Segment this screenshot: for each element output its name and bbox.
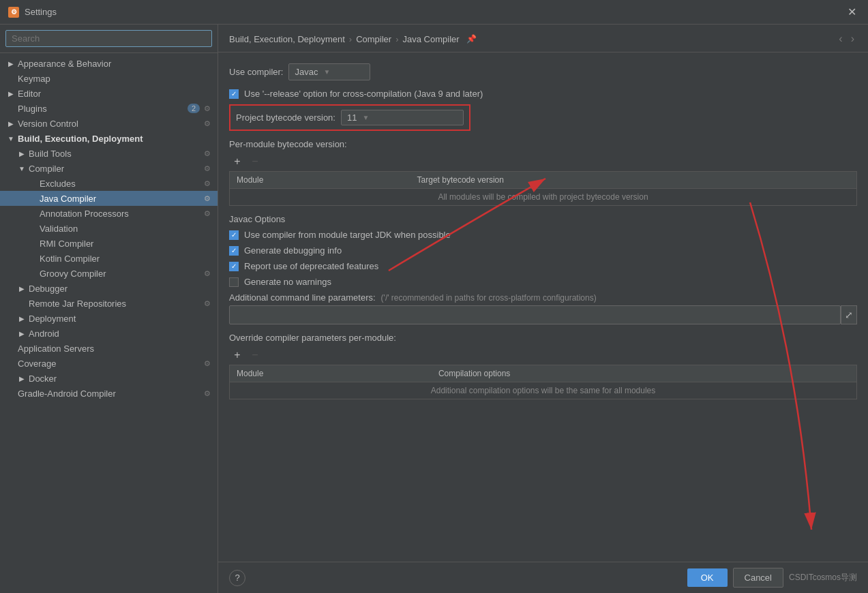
sidebar-item-coverage[interactable]: Coverage ⚙ bbox=[0, 356, 218, 371]
bytecode-arrow-icon: ▼ bbox=[362, 114, 369, 121]
expand-arrow bbox=[5, 103, 16, 114]
sidebar-item-label: Compiler bbox=[29, 164, 203, 174]
sidebar-item-android[interactable]: ▶ Android bbox=[0, 326, 218, 341]
sidebar-item-label: Version Control bbox=[18, 119, 203, 129]
cmd-params-label: Additional command line parameters: bbox=[229, 292, 376, 303]
sidebar-item-label: Keymap bbox=[18, 74, 212, 84]
release-option-row: ✓ Use '--release' option for cross-compi… bbox=[229, 89, 857, 99]
sidebar-item-excludes[interactable]: Excludes ⚙ bbox=[0, 176, 218, 191]
expand-arrow: ▶ bbox=[5, 58, 16, 69]
sidebar-item-deployment[interactable]: ▶ Deployment bbox=[0, 311, 218, 326]
sidebar-item-validation[interactable]: Validation bbox=[0, 221, 218, 236]
javac-checkbox-3[interactable]: ✓ bbox=[229, 262, 239, 271]
sidebar-item-annotation[interactable]: Annotation Processors ⚙ bbox=[0, 206, 218, 221]
sidebar-item-groovy[interactable]: Groovy Compiler ⚙ bbox=[0, 266, 218, 281]
remove-module-button[interactable]: − bbox=[247, 153, 263, 170]
sidebar-item-plugins[interactable]: Plugins 2 ⚙ bbox=[0, 101, 218, 116]
release-checkbox[interactable]: ✓ bbox=[229, 89, 239, 99]
gear-icon: ⚙ bbox=[203, 209, 212, 218]
javac-opt-4: Generate no warnings bbox=[229, 277, 857, 287]
expand-arrow bbox=[16, 298, 27, 309]
sidebar-item-label: Gradle-Android Compiler bbox=[18, 389, 203, 399]
javac-checkbox-2[interactable]: ✓ bbox=[229, 246, 239, 256]
search-input[interactable] bbox=[5, 30, 212, 47]
forward-arrow[interactable]: › bbox=[848, 31, 857, 46]
sidebar-item-debugger[interactable]: ▶ Debugger bbox=[0, 281, 218, 296]
sidebar-item-label: Docker bbox=[29, 374, 212, 384]
expand-cmd-button[interactable]: ⤢ bbox=[841, 305, 857, 324]
expand-arrow bbox=[27, 253, 38, 264]
per-module-table: Module Target bytecode version All modul… bbox=[229, 171, 857, 206]
gear-icon: ⚙ bbox=[203, 119, 212, 128]
override-section: Override compiler parameters per-module:… bbox=[229, 333, 857, 399]
javac-opt-1-label: Use compiler from module target JDK when… bbox=[244, 230, 451, 240]
back-arrow[interactable]: ‹ bbox=[836, 31, 845, 46]
title-bar: ⚙ Settings ✕ bbox=[0, 0, 868, 25]
sidebar-item-keymap[interactable]: Keymap bbox=[0, 71, 218, 86]
sidebar-item-label: Android bbox=[29, 329, 212, 339]
sidebar-item-label: Java Compiler bbox=[40, 194, 203, 204]
nav-arrows: ‹ › bbox=[836, 31, 857, 46]
add-override-button[interactable]: + bbox=[229, 347, 245, 363]
remove-override-button[interactable]: − bbox=[247, 347, 263, 363]
javac-checkbox-4[interactable] bbox=[229, 277, 239, 287]
sidebar-item-compiler[interactable]: ▼ Compiler ⚙ bbox=[0, 161, 218, 176]
gear-icon: ⚙ bbox=[203, 194, 212, 203]
override-toolbar: + − bbox=[229, 347, 857, 363]
sidebar-item-rmi[interactable]: RMI Compiler bbox=[0, 236, 218, 251]
javac-opt-2-label: Generate debugging info bbox=[244, 245, 342, 256]
sidebar-item-label: Appearance & Behavior bbox=[18, 59, 212, 69]
override-empty-message: Additional compilation options will be t… bbox=[230, 382, 857, 399]
expand-arrow bbox=[5, 73, 16, 84]
sidebar-tree: ▶ Appearance & Behavior Keymap ▶ Editor … bbox=[0, 53, 218, 593]
add-module-button[interactable]: + bbox=[229, 153, 245, 170]
breadcrumb-current: Java Compiler bbox=[403, 34, 460, 44]
sidebar-item-label: Debugger bbox=[29, 284, 212, 294]
sidebar-item-editor[interactable]: ▶ Editor bbox=[0, 86, 218, 101]
ok-button[interactable]: OK bbox=[687, 568, 728, 587]
plugins-badge: 2 bbox=[188, 104, 200, 113]
sidebar-item-app-servers[interactable]: Application Servers bbox=[0, 341, 218, 356]
sidebar-item-label: Coverage bbox=[18, 359, 203, 369]
sidebar-item-appearance[interactable]: ▶ Appearance & Behavior bbox=[0, 56, 218, 71]
target-version-col-header: Target bytecode version bbox=[410, 172, 857, 189]
sidebar-item-remote-jar[interactable]: Remote Jar Repositories ⚙ bbox=[0, 296, 218, 311]
sidebar-item-label: Editor bbox=[18, 89, 212, 99]
expand-arrow: ▶ bbox=[5, 118, 16, 129]
expand-arrow bbox=[27, 238, 38, 249]
sidebar-item-label: Deployment bbox=[29, 314, 212, 324]
compiler-select[interactable]: Javac ▼ bbox=[288, 63, 370, 80]
app-icon: ⚙ bbox=[8, 7, 19, 18]
use-compiler-row: Use compiler: Javac ▼ bbox=[229, 63, 857, 80]
cancel-button[interactable]: Cancel bbox=[733, 568, 783, 588]
sidebar: ▶ Appearance & Behavior Keymap ▶ Editor … bbox=[0, 25, 218, 593]
sidebar-item-build-tools[interactable]: ▶ Build Tools ⚙ bbox=[0, 146, 218, 161]
help-label: ? bbox=[235, 573, 239, 583]
sidebar-item-java-compiler[interactable]: Java Compiler ⚙ bbox=[0, 191, 218, 206]
release-label: Use '--release' option for cross-compila… bbox=[244, 89, 483, 99]
expand-arrow: ▶ bbox=[16, 148, 27, 159]
gear-icon: ⚙ bbox=[203, 164, 212, 173]
sidebar-item-docker[interactable]: ▶ Docker bbox=[0, 371, 218, 386]
sidebar-item-label: Remote Jar Repositories bbox=[29, 299, 203, 309]
close-button[interactable]: ✕ bbox=[843, 4, 860, 20]
sidebar-item-label: Groovy Compiler bbox=[40, 269, 203, 279]
sidebar-item-gradle-android[interactable]: Gradle-Android Compiler ⚙ bbox=[0, 386, 218, 401]
sidebar-item-label: Application Servers bbox=[18, 344, 212, 354]
breadcrumb-sep1: › bbox=[349, 34, 352, 44]
javac-checkbox-1[interactable]: ✓ bbox=[229, 230, 239, 240]
cmd-params-input[interactable] bbox=[229, 305, 841, 324]
javac-opt-4-label: Generate no warnings bbox=[244, 277, 331, 287]
module-col-header: Module bbox=[230, 172, 410, 189]
sidebar-item-label: Annotation Processors bbox=[40, 209, 203, 219]
sidebar-item-kotlin[interactable]: Kotlin Compiler bbox=[0, 251, 218, 266]
sidebar-item-build-exec[interactable]: ▼ Build, Execution, Deployment bbox=[0, 131, 218, 146]
bytecode-select[interactable]: 11 ▼ bbox=[341, 110, 464, 125]
sidebar-item-label: Build Tools bbox=[29, 149, 203, 159]
gear-icon: ⚙ bbox=[203, 359, 212, 368]
bytecode-version-row: Project bytecode version: 11 ▼ bbox=[229, 104, 470, 131]
sidebar-item-version-control[interactable]: ▶ Version Control ⚙ bbox=[0, 116, 218, 131]
help-button[interactable]: ? bbox=[229, 570, 245, 586]
content-area: Build, Execution, Deployment › Compiler … bbox=[218, 25, 868, 593]
gear-icon: ⚙ bbox=[203, 179, 212, 188]
